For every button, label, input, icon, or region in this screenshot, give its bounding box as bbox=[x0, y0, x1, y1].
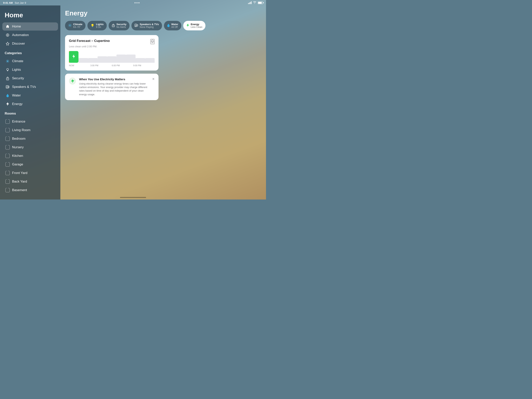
security-icon bbox=[6, 76, 10, 80]
water-tab-icon bbox=[167, 24, 170, 28]
sidebar-item-front-yard-label: Front Yard bbox=[12, 171, 27, 175]
energy-tab-icon bbox=[186, 24, 189, 28]
speakers-tab-value: None Playing bbox=[140, 26, 159, 28]
sidebar-item-back-yard[interactable]: Back Yard bbox=[2, 178, 58, 186]
svg-point-20 bbox=[7, 86, 8, 88]
chart-bar-8 bbox=[136, 51, 145, 63]
sidebar-item-water[interactable]: Water bbox=[2, 91, 58, 100]
tab-lights[interactable]: 💡 Lights 9 On bbox=[88, 21, 107, 30]
svg-line-30 bbox=[69, 26, 69, 26]
notification-bell-button[interactable] bbox=[150, 39, 155, 44]
grid-forecast-card: Grid Forecast – Cupertino Less clean unt… bbox=[65, 35, 158, 71]
sidebar-item-security[interactable]: Security bbox=[2, 74, 58, 82]
sidebar-item-water-label: Water bbox=[12, 94, 21, 97]
speakers-tab-name: Speakers & TVs bbox=[140, 23, 159, 26]
entrance-room-icon bbox=[6, 119, 10, 124]
sidebar-item-kitchen[interactable]: Kitchen bbox=[2, 152, 58, 160]
sidebar-item-garage[interactable]: Garage bbox=[2, 160, 58, 168]
status-date: Sun Jan 9 bbox=[15, 1, 26, 4]
security-tab-text: Security No Alerts bbox=[116, 23, 126, 28]
energy-icon bbox=[6, 102, 10, 106]
speakers-tab-text: Speakers & TVs None Playing bbox=[140, 23, 159, 28]
energy-tab-value: Less Clean bbox=[191, 26, 202, 28]
svg-line-31 bbox=[71, 24, 71, 25]
chart-label-3pm: 3:00 PM bbox=[90, 64, 112, 67]
battery-icon bbox=[258, 1, 263, 4]
sidebar-item-speakers[interactable]: Speakers & TVs bbox=[2, 83, 58, 91]
svg-line-13 bbox=[8, 62, 9, 62]
nursery-room-icon bbox=[6, 145, 10, 149]
sidebar-item-bedroom[interactable]: Bedroom bbox=[2, 135, 58, 143]
kitchen-room-icon bbox=[6, 154, 10, 158]
main-content: Energy Climate 63–70° bbox=[60, 6, 266, 200]
sidebar-item-security-label: Security bbox=[12, 76, 24, 80]
svg-point-18 bbox=[7, 79, 8, 79]
svg-line-14 bbox=[6, 62, 7, 62]
svg-point-1 bbox=[7, 35, 8, 36]
chart-bar-9 bbox=[145, 51, 155, 63]
sidebar-item-nursery-label: Nursery bbox=[12, 145, 24, 149]
info-card-close-button[interactable]: ✕ bbox=[152, 77, 155, 81]
tab-energy[interactable]: Energy Less Clean bbox=[183, 21, 205, 30]
sidebar-item-automation-label: Automation bbox=[12, 33, 29, 37]
sidebar-item-basement[interactable]: Basement bbox=[2, 186, 58, 194]
energy-tab-text: Energy Less Clean bbox=[191, 23, 202, 28]
chart-label-9pm: 9:00 PM bbox=[133, 64, 155, 67]
tab-security[interactable]: Security No Alerts bbox=[109, 21, 129, 30]
lights-tab-value: 9 On bbox=[96, 26, 104, 28]
tab-speakers[interactable]: Speakers & TVs None Playing bbox=[132, 21, 162, 30]
security-tab-name: Security bbox=[116, 23, 126, 26]
sidebar-item-front-yard[interactable]: Front Yard bbox=[2, 169, 58, 177]
forecast-chart bbox=[69, 51, 155, 63]
svg-point-36 bbox=[136, 24, 136, 25]
front-yard-room-icon bbox=[6, 171, 10, 175]
dot2 bbox=[137, 2, 138, 3]
sidebar-item-nursery[interactable]: Nursery bbox=[2, 143, 58, 151]
home-icon bbox=[6, 24, 10, 29]
chart-labels: NOW 3:00 PM 6:00 PM 9:00 PM bbox=[69, 64, 155, 67]
svg-line-12 bbox=[6, 60, 7, 60]
status-right bbox=[248, 1, 263, 4]
sidebar-item-energy[interactable]: Energy bbox=[2, 100, 58, 108]
tab-climate[interactable]: Climate 63–70° bbox=[65, 21, 85, 30]
sidebar-item-living-room[interactable]: Living Room bbox=[2, 126, 58, 134]
sidebar-item-entrance-label: Entrance bbox=[12, 120, 25, 123]
chart-bar-now bbox=[69, 51, 78, 63]
sidebar-item-garage-label: Garage bbox=[12, 162, 23, 166]
chart-bar-7 bbox=[126, 51, 136, 63]
sidebar-item-climate[interactable]: Climate bbox=[2, 57, 58, 65]
basement-room-icon bbox=[6, 188, 10, 192]
page-title: Energy bbox=[65, 9, 261, 17]
sidebar-item-discover[interactable]: Discover bbox=[2, 39, 58, 48]
dot3 bbox=[139, 2, 139, 3]
forecast-chart-container bbox=[69, 51, 155, 63]
svg-point-33 bbox=[113, 26, 114, 26]
electricity-info-icon bbox=[69, 77, 76, 84]
grid-forecast-header: Grid Forecast – Cupertino bbox=[69, 39, 155, 44]
speakers-tab-icon bbox=[134, 24, 138, 28]
climate-tab-icon bbox=[68, 24, 72, 28]
svg-point-23 bbox=[70, 25, 70, 26]
climate-tab-text: Climate 63–70° bbox=[73, 23, 82, 28]
dot1 bbox=[134, 2, 136, 3]
sidebar-item-discover-label: Discover bbox=[12, 42, 25, 45]
sidebar-item-basement-label: Basement bbox=[12, 188, 27, 192]
garage-room-icon bbox=[6, 162, 10, 167]
chart-bar-6 bbox=[116, 51, 126, 63]
sidebar-item-automation[interactable]: Automation bbox=[2, 31, 58, 39]
wifi-icon bbox=[253, 1, 256, 4]
svg-rect-22 bbox=[9, 86, 9, 88]
chart-bar-3 bbox=[88, 51, 98, 63]
sidebar-item-lights[interactable]: Lights bbox=[2, 66, 58, 74]
svg-marker-6 bbox=[6, 42, 9, 45]
sidebar-item-entrance[interactable]: Entrance bbox=[2, 117, 58, 126]
electricity-info-title: When You Use Electricity Matters bbox=[79, 77, 149, 81]
climate-tab-value: 63–70° bbox=[73, 26, 82, 28]
category-tabs: Climate 63–70° 💡 Lights 9 On Securit bbox=[65, 21, 261, 30]
tab-water[interactable]: Water All Off bbox=[164, 21, 182, 30]
svg-line-15 bbox=[8, 60, 9, 60]
water-icon bbox=[6, 93, 10, 98]
automation-icon bbox=[6, 33, 10, 37]
lights-tab-icon: 💡 bbox=[90, 24, 95, 27]
sidebar-item-home[interactable]: Home bbox=[2, 22, 58, 31]
